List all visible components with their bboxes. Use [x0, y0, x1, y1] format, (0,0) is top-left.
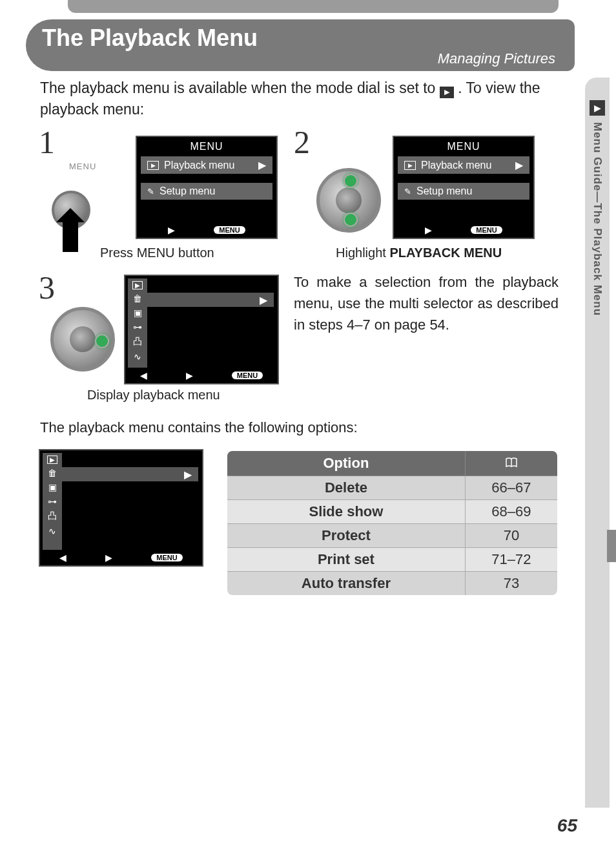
lcd1-playback-label: Playback menu: [164, 160, 234, 171]
menu-pill: MENU: [151, 554, 182, 561]
menu-pill: MENU: [214, 226, 245, 234]
setup-row-icon: [147, 185, 154, 197]
book-icon: [505, 457, 518, 468]
lcd-options-preview: ▶ 🗑 ▣ ⊶ 凸 ∿ ▶ ◀ ▶ MENU: [39, 449, 203, 567]
trash-icon: 🗑: [48, 468, 57, 478]
footer-left-arrow-icon: ◀: [59, 552, 67, 563]
footer-right-arrow-icon: ▶: [105, 552, 112, 563]
right-arrow-icon: ▶: [515, 159, 523, 171]
lcd1-setup-row: Setup menu: [141, 183, 272, 200]
step-number-2: 2: [294, 126, 310, 158]
page-number: 65: [557, 815, 577, 836]
side-thumb-index: [607, 530, 616, 562]
th-option: Option: [227, 450, 465, 476]
lcd2-setup-row: Setup menu: [398, 183, 529, 200]
lcd1-title: MENU: [137, 137, 276, 155]
transfer-icon: ∿: [134, 351, 141, 362]
lcd3-icon-column: ▶ 🗑 ▣ ⊶ 凸 ∿: [128, 278, 147, 368]
playback-small-icon: ▶: [47, 456, 57, 464]
protect-icon: ⊶: [133, 322, 142, 332]
menu-button-label: MENU: [69, 162, 96, 171]
lcd4-highlight-row: ▶: [62, 467, 198, 481]
multi-selector-right-highlight: [95, 334, 109, 348]
setup-row-icon: [404, 185, 411, 197]
protect-icon: ⊶: [48, 496, 57, 507]
lcd2-playback-row: ▶ Playback menu ▶: [398, 156, 529, 174]
side-tab-label: Menu Guide—The Playback Menu: [591, 122, 604, 316]
playback-row-icon: ▶: [147, 161, 159, 170]
camera-menu-button-illustration: MENU: [48, 155, 132, 239]
lcd-step3: ▶ 🗑 ▣ ⊶ 凸 ∿ ▶ ◀ ▶ MENU: [124, 275, 279, 384]
multi-selector-step2: [316, 168, 381, 233]
slideshow-icon: ▣: [48, 482, 57, 492]
multi-selector-center: [70, 326, 96, 352]
page-printset: 71–72: [465, 548, 558, 572]
menu-pill: MENU: [471, 226, 502, 234]
lcd2-footer: ▶ MENU: [394, 225, 533, 235]
footer-right-arrow-icon: ▶: [425, 225, 432, 235]
caption-step3: Display playback menu: [87, 388, 220, 403]
intro-paragraph: The playback menu is available when the …: [40, 78, 557, 121]
page-delete: 66–67: [465, 476, 558, 500]
page-subtitle: Managing Pictures: [42, 50, 555, 67]
footer-right-arrow-icon: ▶: [168, 225, 175, 235]
opt-printset: Print set: [227, 548, 465, 572]
lcd1-footer: ▶ MENU: [137, 225, 276, 235]
press-arrow-icon: [63, 220, 78, 252]
multi-selector-step3: [50, 307, 115, 372]
footer-left-arrow-icon: ◀: [140, 370, 147, 381]
multi-selector-center: [336, 187, 362, 213]
playback-row-icon: ▶: [404, 161, 416, 170]
lcd2-playback-label: Playback menu: [421, 160, 491, 171]
step-number-3: 3: [39, 271, 55, 304]
lcd2-title: MENU: [394, 137, 533, 155]
page-autotransfer: 73: [465, 572, 558, 596]
opt-delete: Delete: [227, 476, 465, 500]
caption2-bold: PLAYBACK MENU: [389, 246, 502, 260]
right-arrow-icon: ▶: [258, 159, 266, 171]
page-title: The Playback Menu: [42, 25, 555, 52]
right-arrow-icon: ▶: [260, 294, 267, 306]
body-paragraph-2: The playback menu contains the following…: [40, 417, 557, 438]
transfer-icon: ∿: [48, 526, 56, 536]
right-arrow-icon: ▶: [184, 468, 192, 481]
caption2-pre: Highlight: [336, 246, 389, 260]
multi-selector-up-highlight: [344, 174, 358, 188]
th-page-icon: [465, 450, 558, 476]
table-row: Slide show 68–69: [227, 500, 558, 524]
opt-protect: Protect: [227, 524, 465, 548]
table-row: Delete 66–67: [227, 476, 558, 500]
multi-selector-down-highlight: [344, 213, 358, 227]
lcd-step2: MENU ▶ Playback menu ▶ ▲▼ Setup menu ▶ M…: [393, 136, 535, 239]
trash-icon: 🗑: [133, 293, 142, 304]
top-decoration-bar: [68, 0, 559, 13]
step-number-1: 1: [39, 126, 55, 158]
caption-step1: Press MENU button: [100, 246, 214, 260]
page-protect: 70: [465, 524, 558, 548]
caption-step2: Highlight PLAYBACK MENU: [336, 246, 502, 260]
lcd-step1: MENU ▶ Playback menu ▶ ▲▼ Setup menu ▶ M…: [136, 136, 278, 239]
options-table: Option Delete 66–67 Slide show 68–69 Pro…: [226, 450, 559, 596]
lcd1-playback-row: ▶ Playback menu ▶: [141, 156, 272, 174]
opt-autotransfer: Auto transfer: [227, 572, 465, 596]
page-slideshow: 68–69: [465, 500, 558, 524]
opt-slideshow: Slide show: [227, 500, 465, 524]
playback-icon: ▶: [590, 100, 605, 116]
table-row: Auto transfer 73: [227, 572, 558, 596]
mode-dial-playback-icon: ▶: [440, 87, 454, 98]
footer-right-arrow-icon: ▶: [186, 370, 193, 381]
print-icon: 凸: [133, 336, 142, 348]
table-header-row: Option: [227, 450, 558, 476]
body-paragraph-1: To make a selection from the playback me…: [294, 271, 559, 335]
lcd3-highlight-row: ▶: [147, 293, 274, 307]
lcd1-setup-label: Setup menu: [159, 185, 215, 197]
page-header: The Playback Menu Managing Pictures: [26, 19, 575, 71]
table-row: Print set 71–72: [227, 548, 558, 572]
lcd4-icon-column: ▶ 🗑 ▣ ⊶ 凸 ∿: [43, 453, 62, 550]
playback-small-icon: ▶: [132, 281, 143, 289]
intro-text-pre: The playback menu is available when the …: [40, 79, 440, 96]
lcd4-footer: ◀ ▶ MENU: [40, 552, 202, 563]
lcd3-footer: ◀ ▶ MENU: [125, 370, 278, 381]
table-row: Protect 70: [227, 524, 558, 548]
slideshow-icon: ▣: [134, 308, 142, 318]
